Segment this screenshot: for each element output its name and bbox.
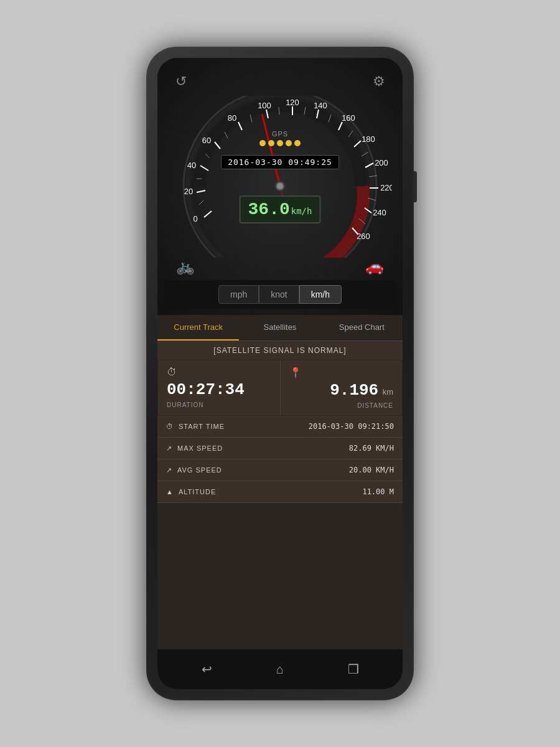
svg-text:220: 220 bbox=[380, 183, 392, 192]
distance-value: 9.196 bbox=[330, 381, 378, 400]
svg-text:80: 80 bbox=[228, 113, 236, 123]
svg-text:200: 200 bbox=[375, 158, 388, 167]
start-time-value: 2016-03-30 09:21:50 bbox=[309, 422, 394, 431]
vehicle-icons-row: 🚲 🚗 bbox=[164, 258, 396, 280]
tab-current-track[interactable]: Current Track bbox=[157, 315, 239, 341]
bike-icon[interactable]: 🚲 bbox=[176, 258, 195, 275]
gps-label: GPS bbox=[259, 130, 301, 138]
settings-icon[interactable]: ⚙ bbox=[368, 70, 390, 93]
svg-point-46 bbox=[277, 183, 283, 189]
gps-dot-1 bbox=[259, 140, 266, 146]
svg-text:20: 20 bbox=[184, 187, 193, 196]
svg-text:40: 40 bbox=[187, 161, 196, 170]
volume-button bbox=[414, 171, 417, 202]
svg-line-4 bbox=[197, 190, 205, 192]
avg-speed-label: AVG SPEED bbox=[177, 466, 222, 474]
unit-tab-kmh[interactable]: km/h bbox=[299, 285, 342, 304]
start-time-label: START TIME bbox=[179, 423, 225, 430]
svg-text:60: 60 bbox=[202, 136, 211, 145]
svg-line-30 bbox=[199, 200, 203, 205]
unit-tabs: mph knot km/h bbox=[164, 280, 396, 309]
max-speed-label: MAX SPEED bbox=[177, 444, 223, 452]
main-tabs: Current Track Satellites Speed Chart bbox=[157, 315, 403, 341]
altitude-row: ▲ ALTITUDE 11.00 M bbox=[157, 481, 403, 503]
start-time-icon: ⏱ bbox=[166, 423, 174, 430]
svg-text:140: 140 bbox=[314, 101, 327, 110]
duration-icon: ⏱ bbox=[167, 367, 177, 378]
svg-line-2 bbox=[204, 211, 212, 217]
satellite-banner: [SATELLITE SIGNAL IS NORMAL] bbox=[157, 341, 403, 360]
svg-text:120: 120 bbox=[286, 98, 299, 107]
max-speed-value: 82.69 KM/H bbox=[349, 444, 394, 453]
speedometer-section: ↺ ⚙ 0 bbox=[157, 58, 403, 315]
svg-text:160: 160 bbox=[342, 113, 355, 123]
svg-text:180: 180 bbox=[362, 134, 375, 144]
start-time-row: ⏱ START TIME 2016-03-30 09:21:50 bbox=[157, 416, 403, 438]
track-content: [SATELLITE SIGNAL IS NORMAL] ⏱ 00:27:34 … bbox=[157, 341, 403, 649]
duration-value: 00:27:34 bbox=[167, 380, 271, 399]
svg-text:100: 100 bbox=[258, 101, 271, 110]
speed-value: 36.0 bbox=[248, 200, 290, 219]
avg-speed-icon: ↗ bbox=[166, 466, 172, 474]
svg-text:240: 240 bbox=[373, 208, 386, 217]
svg-line-10 bbox=[238, 122, 242, 130]
duration-cell: ⏱ 00:27:34 DURATION bbox=[158, 360, 280, 415]
gps-area: GPS bbox=[259, 130, 301, 146]
speed-unit: km/h bbox=[291, 206, 312, 216]
avg-speed-value: 20.00 KM/H bbox=[349, 466, 394, 474]
phone-screen: ↺ ⚙ 0 bbox=[157, 58, 403, 689]
nav-bar: ↩ ⌂ ❒ bbox=[157, 649, 403, 689]
svg-line-43 bbox=[262, 115, 280, 186]
speaker-bottom bbox=[255, 679, 305, 683]
svg-text:260: 260 bbox=[357, 232, 370, 241]
gps-dot-5 bbox=[294, 140, 301, 146]
distance-cell: 📍 9.196 km DISTANCE bbox=[281, 360, 403, 415]
home-button[interactable]: ⌂ bbox=[270, 659, 290, 679]
unit-tab-mph[interactable]: mph bbox=[218, 285, 259, 304]
altitude-icon: ▲ bbox=[166, 488, 174, 496]
stats-grid: ⏱ 00:27:34 DURATION 📍 9.196 km DIS bbox=[158, 360, 402, 415]
gps-dot-2 bbox=[268, 140, 274, 146]
tab-speed-chart[interactable]: Speed Chart bbox=[321, 315, 403, 341]
speed-digital-display: 36.0 km/h bbox=[240, 195, 321, 223]
bottom-section: Current Track Satellites Speed Chart [SA… bbox=[157, 315, 403, 689]
svg-text:0: 0 bbox=[193, 214, 197, 223]
altitude-value: 11.00 M bbox=[362, 487, 394, 496]
back-button[interactable]: ↩ bbox=[197, 659, 217, 679]
duration-label: DURATION bbox=[167, 402, 271, 408]
phone-device: ↺ ⚙ 0 bbox=[146, 47, 414, 700]
distance-unit: km bbox=[383, 387, 393, 397]
recent-button[interactable]: ❒ bbox=[343, 659, 363, 679]
top-toolbar: ↺ ⚙ bbox=[164, 70, 396, 96]
gauge-container: 0 20 40 60 80 100 bbox=[168, 96, 392, 258]
altitude-label: ALTITUDE bbox=[179, 488, 216, 496]
avg-speed-row: ↗ AVG SPEED 20.00 KM/H bbox=[157, 459, 403, 481]
gps-dot-4 bbox=[286, 140, 292, 146]
gps-dots bbox=[259, 140, 301, 146]
gps-dot-3 bbox=[277, 140, 283, 146]
datetime-display: 2016-03-30 09:49:25 bbox=[221, 155, 339, 169]
unit-tab-knot[interactable]: knot bbox=[259, 285, 299, 304]
distance-label: DISTANCE bbox=[289, 402, 394, 409]
distance-icon: 📍 bbox=[289, 367, 302, 378]
car-icon[interactable]: 🚗 bbox=[365, 258, 384, 275]
refresh-icon[interactable]: ↺ bbox=[170, 70, 192, 93]
max-speed-icon: ↗ bbox=[166, 444, 172, 453]
max-speed-row: ↗ MAX SPEED 82.69 KM/H bbox=[157, 438, 403, 459]
tab-satellites[interactable]: Satellites bbox=[239, 315, 320, 341]
